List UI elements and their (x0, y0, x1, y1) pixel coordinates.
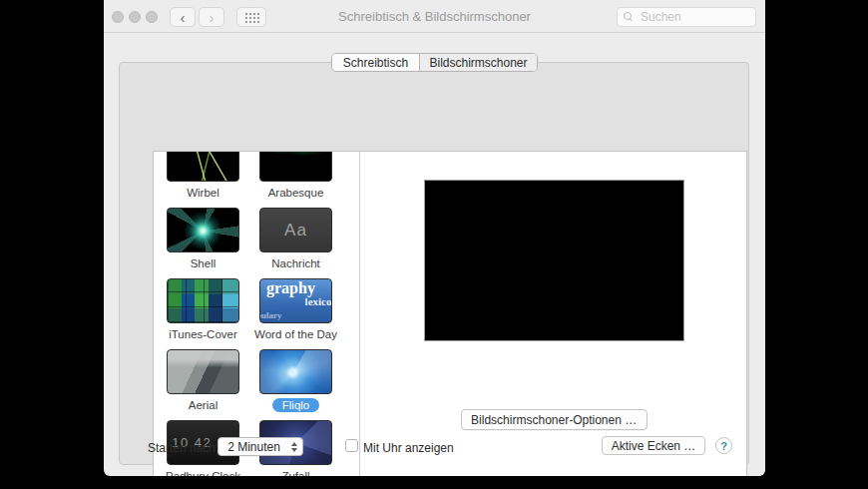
tab-bar: Schreibtisch Bildschirmschoner (331, 53, 538, 72)
saver-thumb-itunes[interactable] (167, 278, 239, 323)
stepper-arrows-icon (289, 438, 302, 455)
screensaver-label: Arabesque (268, 186, 324, 200)
help-button[interactable]: ? (715, 437, 732, 454)
screensaver-label: Aerial (189, 398, 217, 412)
hot-corners-button[interactable]: Aktive Ecken … (602, 436, 705, 455)
screensaver-label: Nachricht (271, 256, 320, 270)
saver-thumb-aerial[interactable] (167, 349, 239, 394)
zoom-window-icon[interactable] (146, 11, 158, 23)
search-icon (624, 12, 634, 22)
screensaver-options-button[interactable]: Bildschirmschoner-Optionen … (461, 409, 648, 430)
back-button[interactable]: ‹ (170, 7, 196, 27)
screensaver-item[interactable]: Shell (167, 208, 239, 278)
show-clock-checkbox[interactable] (345, 439, 358, 452)
traffic-lights (112, 11, 158, 23)
screensaver-label: Zufall (281, 469, 309, 476)
thumb-text: Aa (260, 209, 331, 251)
screensaver-item-selected[interactable]: Fliqlo (259, 349, 332, 420)
thumb-word: bulary (259, 310, 282, 320)
screensaver-label: Fliqlo (272, 398, 319, 412)
grid-icon (244, 12, 259, 23)
screensaver-label: Word of the Day (254, 327, 337, 341)
screensaver-item[interactable]: graphylexicogbulary Word of the Day (259, 278, 332, 349)
thumb-text (168, 350, 238, 393)
minimize-window-icon[interactable] (129, 11, 141, 23)
forward-button[interactable]: › (199, 7, 224, 27)
start-after-value: 2 Minuten (218, 440, 289, 454)
thumb-word: lexicog (305, 295, 332, 307)
show-all-button[interactable] (236, 7, 266, 27)
thumb-text (260, 350, 331, 393)
saver-thumb-shell[interactable] (167, 208, 239, 252)
system-preferences-window: ‹ › Schreibtisch & Bildschirmschoner W (104, 0, 765, 476)
saver-thumb-wordofday[interactable]: graphylexicogbulary (259, 278, 332, 323)
chevron-right-icon: › (210, 10, 215, 25)
chevron-left-icon: ‹ (181, 10, 186, 25)
saver-thumb-fliqlo[interactable] (259, 349, 332, 394)
screensaver-item[interactable]: Aa Nachricht (259, 208, 332, 278)
bottom-controls: Starten nach: 2 Minuten Mit Uhr anzeigen… (120, 434, 748, 466)
tab-schreibtisch[interactable]: Schreibtisch (332, 54, 420, 71)
screensaver-label: Shell (191, 256, 217, 270)
saver-grid: Wirbel Arabesque Shell Aa Nachricht iTun… (167, 152, 346, 476)
screensaver-preview[interactable] (424, 180, 684, 341)
screensaver-list[interactable]: Wirbel Arabesque Shell Aa Nachricht iTun… (154, 152, 359, 476)
search-field[interactable] (617, 7, 756, 27)
screensaver-label: iTunes-Cover (169, 327, 237, 341)
thumb-text (168, 152, 238, 181)
letterboxed-screen: ‹ › Schreibtisch & Bildschirmschoner W (0, 0, 868, 489)
screensaver-label: Wirbel (187, 186, 219, 200)
start-after-label: Starten nach: (148, 441, 218, 455)
thumb-text (260, 152, 331, 181)
titlebar[interactable]: ‹ › Schreibtisch & Bildschirmschoner (104, 0, 765, 33)
thumb-text (168, 279, 238, 322)
preferences-pane: Wirbel Arabesque Shell Aa Nachricht iTun… (119, 62, 749, 465)
screensaver-item[interactable]: Arabesque (259, 152, 332, 208)
content-box: Wirbel Arabesque Shell Aa Nachricht iTun… (153, 151, 747, 476)
close-window-icon[interactable] (112, 11, 124, 23)
saver-thumb-arabesque[interactable] (259, 152, 332, 182)
show-clock-label: Mit Uhr anzeigen (363, 441, 454, 455)
tab-bildschirmschoner[interactable]: Bildschirmschoner (420, 54, 537, 71)
preview-pane: Bildschirmschoner-Optionen … (359, 152, 746, 476)
screensaver-item[interactable]: iTunes-Cover (167, 278, 239, 349)
saver-thumb-wirbel[interactable] (167, 152, 239, 182)
start-after-select[interactable]: 2 Minuten (217, 437, 303, 456)
thumb-text (168, 209, 238, 251)
screensaver-label: Padbury Clock (166, 469, 240, 476)
screensaver-item[interactable]: Wirbel (167, 152, 239, 208)
screensaver-item[interactable]: Aerial (167, 349, 239, 420)
search-input[interactable] (639, 9, 749, 25)
saver-thumb-nachricht[interactable]: Aa (259, 208, 332, 252)
